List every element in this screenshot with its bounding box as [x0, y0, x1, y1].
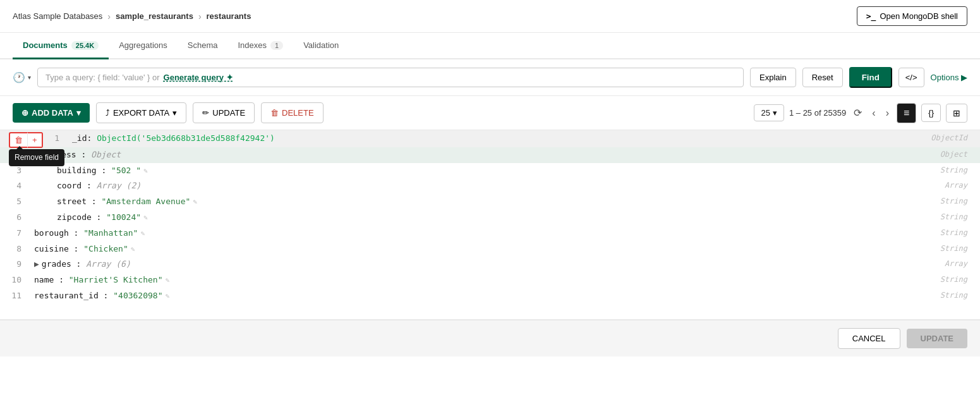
table-view-button[interactable]: ⊞: [946, 104, 967, 123]
doc-line-content: cuisine : "Chicken"✎: [32, 243, 929, 256]
line-number-4: 4: [0, 180, 32, 193]
find-button[interactable]: Find: [849, 67, 892, 88]
line-number-6: 6: [0, 211, 32, 224]
field-type-label: Array: [929, 258, 980, 270]
field-type-label: String: [929, 243, 980, 255]
query-input[interactable]: Type a query: { field: 'value' } or Gene…: [37, 68, 744, 87]
toolbar-right: 25 ▾ 1 – 25 of 25359 ⟳ ‹ › ≡ {} ⊞: [754, 103, 967, 123]
plus-circle-icon: ⊕: [21, 108, 28, 118]
refresh-button[interactable]: ⟳: [851, 104, 864, 121]
tab-indexes-label: Indexes: [238, 40, 267, 50]
table-row: 5 street : "Amsterdam Avenue"✎ String: [0, 194, 980, 210]
field-type-label: String: [929, 274, 980, 286]
field-type-label: String: [929, 195, 980, 207]
open-mongodb-shell-button[interactable]: >_ Open MongoDB shell: [857, 6, 967, 26]
table-row: 10 name : "Harriet'S Kitchen"✎ String: [0, 272, 980, 288]
tab-indexes[interactable]: Indexes 1: [227, 33, 293, 59]
table-row: 🗑 + Remove field 1 _id: ObjectId('5eb3d6…: [0, 130, 980, 147]
trash-icon: 🗑: [270, 108, 279, 118]
page-size-chevron-icon: ▾: [773, 108, 777, 118]
field-type-label: Array: [929, 180, 980, 192]
code-view-button[interactable]: </>: [898, 68, 924, 87]
doc-line-content: _id: ObjectId('5eb3d668b31de5d588f42942'…: [70, 132, 929, 145]
edit-icon[interactable]: ✎: [140, 229, 145, 238]
tab-documents-label: Documents: [23, 40, 68, 50]
table-row: 7 borough : "Manhattan"✎ String: [0, 226, 980, 241]
options-button[interactable]: Options ▶: [931, 73, 967, 82]
query-bar: 🕐 ▾ Type a query: { field: 'value' } or …: [0, 59, 980, 96]
line-number-7: 7: [0, 227, 32, 240]
line-number-5: 5: [0, 195, 32, 209]
export-chevron-icon: ▾: [172, 108, 177, 118]
add-data-chevron-icon: ▾: [76, 108, 81, 118]
generate-query-link[interactable]: Generate query ✦: [164, 73, 233, 82]
edit-icon[interactable]: ✎: [166, 276, 170, 284]
list-view-button[interactable]: ≡: [897, 103, 916, 123]
doc-line-content: ▾address : Object: [32, 149, 929, 162]
tab-documents[interactable]: Documents 25.4K: [13, 33, 109, 59]
footer: CANCEL UPDATE: [0, 320, 980, 356]
field-type-label: String: [929, 164, 980, 176]
table-row: 8 cuisine : "Chicken"✎ String: [0, 241, 980, 257]
edit-icon[interactable]: ✎: [166, 292, 170, 300]
query-history-icon[interactable]: 🕐 ▾: [13, 71, 31, 83]
field-type-label: Object: [929, 149, 980, 161]
field-type-label: String: [929, 289, 980, 302]
field-type-label: String: [929, 211, 980, 223]
prev-page-button[interactable]: ‹: [869, 105, 878, 121]
json-view-button[interactable]: {}: [921, 104, 941, 122]
query-placeholder-text: Type a query: { field: 'value' } or: [45, 73, 160, 82]
doc-line-content: restaurant_id : "40362098"✎: [32, 289, 929, 303]
tab-indexes-badge: 1: [270, 41, 283, 50]
remove-field-tooltip: Remove field: [9, 149, 64, 166]
explain-button[interactable]: Explain: [750, 68, 796, 87]
table-row: 3 building : "502 "✎ String: [0, 163, 980, 179]
table-row: 11 restaurant_id : "40362098"✎ String: [0, 288, 980, 304]
line-number-9: 9: [0, 258, 32, 271]
doc-line-content: street : "Amsterdam Avenue"✎: [32, 195, 929, 209]
export-data-button[interactable]: ⤴ EXPORT DATA ▾: [96, 102, 186, 123]
edit-icon[interactable]: ✎: [143, 167, 148, 175]
delete-button[interactable]: 🗑 DELETE: [261, 102, 324, 123]
tabs-bar: Documents 25.4K Aggregations Schema Inde…: [0, 33, 980, 59]
row-action-controls: 🗑 +: [9, 132, 43, 148]
tab-validation-label: Validation: [303, 40, 339, 50]
field-type-label: ObjectId: [929, 132, 980, 144]
cancel-button[interactable]: CANCEL: [838, 328, 900, 349]
tab-schema[interactable]: Schema: [178, 33, 228, 59]
table-row: 4 coord : Array (2) Array: [0, 178, 980, 194]
breadcrumb-sep2: ›: [198, 11, 202, 21]
doc-line-content: ▶grades : Array (6): [32, 258, 929, 271]
breadcrumb-part2[interactable]: sample_restaurants: [116, 11, 193, 21]
field-type-label: String: [929, 227, 980, 239]
page-size-selector[interactable]: 25 ▾: [754, 104, 783, 121]
update-footer-button[interactable]: UPDATE: [907, 329, 967, 348]
update-button[interactable]: ✏ UPDATE: [193, 102, 255, 123]
edit-icon[interactable]: ✎: [193, 198, 197, 206]
breadcrumb-part3[interactable]: restaurants: [207, 11, 251, 21]
line-number-10: 10: [0, 274, 32, 287]
edit-icon[interactable]: ✎: [131, 245, 135, 253]
export-icon: ⤴: [106, 108, 110, 118]
tab-validation[interactable]: Validation: [293, 33, 349, 59]
table-row: 6 zipcode : "10024"✎ String: [0, 210, 980, 226]
shell-icon: >_: [866, 11, 876, 21]
doc-line-content: borough : "Manhattan"✎: [32, 227, 929, 240]
add-field-button[interactable]: +: [28, 132, 43, 148]
tab-aggregations[interactable]: Aggregations: [109, 33, 178, 59]
reset-button[interactable]: Reset: [802, 68, 843, 87]
document-area: 🗑 + Remove field 1 _id: ObjectId('5eb3d6…: [0, 130, 980, 320]
table-row: 2 ▾address : Object Object: [0, 147, 980, 163]
tab-documents-badge: 25.4K: [71, 41, 99, 50]
doc-line-content: name : "Harriet'S Kitchen"✎: [32, 274, 929, 287]
doc-line-content: building : "502 "✎: [32, 164, 929, 178]
add-data-button[interactable]: ⊕ ADD DATA ▾: [13, 103, 90, 123]
breadcrumb-part1[interactable]: Atlas Sample Databases: [13, 11, 102, 21]
table-row: 9 ▶grades : Array (6) Array: [0, 257, 980, 272]
page-info: 1 – 25 of 25359: [789, 108, 846, 118]
next-page-button[interactable]: ›: [883, 105, 892, 121]
tab-schema-label: Schema: [188, 40, 218, 50]
edit-icon[interactable]: ✎: [143, 214, 148, 222]
doc-line-content: zipcode : "10024"✎: [32, 211, 929, 224]
tab-aggregations-label: Aggregations: [119, 40, 167, 50]
